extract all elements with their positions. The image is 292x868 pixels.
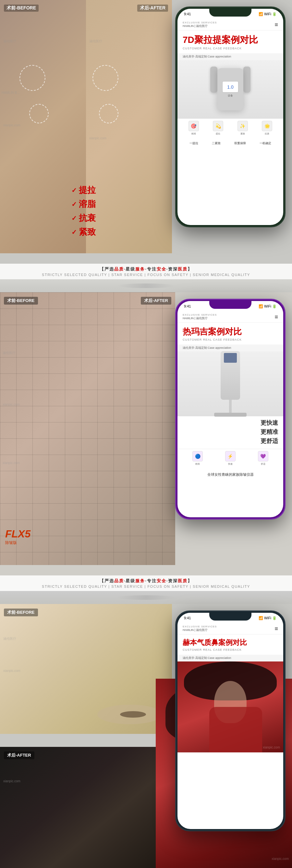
footer-item-1: 一提拉 xyxy=(190,141,198,146)
quality-cn-1: 【严选品质·星级服务·专注安全·资深医质】 xyxy=(0,266,292,272)
feature-1: 更快速 xyxy=(183,419,278,427)
wm-3-1: 涵伦医疗 xyxy=(3,637,16,641)
device-screen-1: 1.0 xyxy=(222,81,238,93)
device-area-1: 1.0 设备 xyxy=(177,60,283,119)
section-3: 术前-BEFORE 涵伦医疗 xianpic.com 术后-AFTER xian… xyxy=(0,604,292,868)
footer-item-2: 二紧致 xyxy=(212,141,221,146)
wm-3-girl: xianpic.com xyxy=(271,857,289,861)
icon-cell-2-3: 💜 舒适 xyxy=(255,451,271,466)
lying-photo-3: 术前-BEFORE 涵伦医疗 xianpic.com xyxy=(0,604,172,734)
phone-screen-2: 9:41 📶 WiFi 🔋 EXCLUSIVE SERVICES HAMLIN … xyxy=(177,301,283,517)
photo-bottom-3: 术后-AFTER xianpic.com xyxy=(0,747,172,868)
section-1: 术前-BEFORE 涵伦医疗 HAMLIN B... xianpic.com 术… xyxy=(0,0,292,279)
phone-brand-2: EXCLUSIVE SERVICES HAMLIN | 涵伦医疗 xyxy=(183,313,217,320)
flx5-text: FLX5 xyxy=(5,528,31,540)
phone-title-block-2: 热玛吉案例对比 CUSTOMER REAL CASE FEEDBACK xyxy=(177,323,283,344)
quality-en-2: STRICTLY SELECTED QUALITY | STAR SERVICE… xyxy=(0,585,292,588)
menu-icon-2[interactable]: ≡ xyxy=(274,314,278,320)
after-label-2: 术后-AFTER xyxy=(141,297,171,305)
device-pole-2 xyxy=(229,400,232,413)
before-label-2: 术前-BEFORE xyxy=(4,297,38,305)
after-photo-1: 术后-AFTER 涵伦医疗 xianpic.com xyxy=(86,0,172,253)
before-label-1: 术前-BEFORE xyxy=(4,4,39,12)
icon-row-2: 🔵 精准 ⚡ 快速 💜 舒适 xyxy=(177,449,283,468)
ba-overlay-2: 术前-BEFORE 术后-AFTER 涵伦医疗 xianpic.com xian… xyxy=(0,292,175,565)
flx5-sub: 除皱版 xyxy=(5,540,31,546)
time-2: 9:41 xyxy=(184,304,191,308)
footer-item-3: 双重保障 xyxy=(234,141,246,146)
time-3: 9:41 xyxy=(184,616,191,620)
divider-2-3 xyxy=(0,591,292,604)
phone-mockup-3: 9:41 📶 WiFi 🔋 EXCLUSIVE SERVICES HAMLIN … xyxy=(175,611,286,831)
phone-screen-1: 9:41 📶 WiFi 🔋 EXCLUSIVE SERVICES HAMLIN … xyxy=(177,9,283,225)
section-2: 术前-BEFORE 术后-AFTER 涵伦医疗 xianpic.com xian… xyxy=(0,292,292,591)
phone-mockup-2: 9:41 📶 WiFi 🔋 EXCLUSIVE SERVICES HAMLIN … xyxy=(175,299,286,520)
grid-overlay-2 xyxy=(0,292,175,565)
benefit-1: 提拉 xyxy=(71,184,96,196)
icon-cell-2-2: ⚡ 快速 xyxy=(222,451,238,466)
phone-content-3: xianpic.com xyxy=(177,661,283,752)
divider-1-2 xyxy=(0,279,292,292)
phone-subtitle-3: CUSTOMER REAL CASE FEEDBACK xyxy=(183,648,278,651)
phone-notch-1 xyxy=(209,7,252,17)
device-base-2 xyxy=(214,413,247,416)
wm-3-2: xianpic.com xyxy=(3,669,21,673)
phone-subtitle-1: CUSTOMER REAL CASE FEEDBACK xyxy=(183,47,278,50)
signals-2: 📶 WiFi 🔋 xyxy=(259,304,277,309)
footer-row-1: 一提拉 二紧致 双重保障 一机确定 xyxy=(183,140,278,147)
signals-3: 📶 WiFi 🔋 xyxy=(259,616,277,620)
phone-header-1: EXCLUSIVE SERVICES HAMLIN | 涵伦医疗 ≡ xyxy=(177,19,283,31)
footer-text-2: 全球女性青睐的家族除皱仪器 xyxy=(183,470,278,479)
phone-main-title-2: 热玛吉案例对比 xyxy=(183,326,278,337)
phone-title-block-3: 赫本气质鼻案例对比 CUSTOMER REAL CASE FEEDBACK xyxy=(177,634,283,655)
phone-subtitle-2: CUSTOMER REAL CASE FEEDBACK xyxy=(183,338,278,341)
customized-label-1: 涵伦美学·高端定制 Case appreciation xyxy=(177,53,283,60)
phone-header-3: EXCLUSIVE SERVICES HAMLIN | 涵伦医疗 ≡ xyxy=(177,623,283,634)
phone-title-block-1: 7D聚拉提案例对比 CUSTOMER REAL CASE FEEDBACK xyxy=(177,31,283,53)
phone-mockup-1: 9:41 📶 WiFi 🔋 EXCLUSIVE SERVICES HAMLIN … xyxy=(175,6,286,227)
phone-brand-1: EXCLUSIVE SERVICES HAMLIN | 涵伦医疗 xyxy=(183,21,217,28)
icon-row-1: 🎯 精准 💫 提拉 ✨ 紧致 🌟 抗衰 xyxy=(177,119,283,137)
benefit-3: 抗衰 xyxy=(71,212,96,224)
signals-1: 📶 WiFi 🔋 xyxy=(259,12,277,16)
quality-cn-2: 【严选品质·星级服务·专注安全·资深医质】 xyxy=(0,578,292,584)
device-screen-2 xyxy=(224,353,237,363)
phone-brand-3: EXCLUSIVE SERVICES HAMLIN | 涵伦医疗 xyxy=(183,625,217,632)
quality-bar-2: 【严选品质·星级服务·专注安全·资深医质】 STRICTLY SELECTED … xyxy=(0,576,292,591)
phone-main-title-3: 赫本气质鼻案例对比 xyxy=(183,638,278,648)
wm-3-3: xianpic.com xyxy=(3,779,21,783)
before-label-3: 术前-BEFORE xyxy=(4,609,38,616)
after-label-3: 术后-AFTER xyxy=(4,751,34,759)
device-area-2 xyxy=(177,351,283,416)
device-body-1: 1.0 设备 xyxy=(217,68,243,111)
icon-cell-1: 🎯 精准 xyxy=(186,121,202,135)
footer-item-4: 一机确定 xyxy=(260,141,271,146)
lying-dark-3: 术后-AFTER xianpic.com xyxy=(0,747,172,868)
phone-footer-2: 全球女性青睐的家族除皱仪器 xyxy=(177,468,283,482)
time-1: 9:41 xyxy=(184,12,191,16)
wm-phone-girl: xianpic.com xyxy=(263,746,280,749)
feature-3: 更舒适 xyxy=(183,437,278,445)
menu-icon-1[interactable]: ≡ xyxy=(274,22,278,28)
phone-footer-1: 一提拉 二紧致 双重保障 一机确定 xyxy=(177,137,283,149)
phone-notch-3 xyxy=(209,612,252,621)
customized-label-3: 涵伦美学·高端定制 Case appreciation xyxy=(177,655,283,661)
phone-header-2: EXCLUSIVE SERVICES HAMLIN | 涵伦医疗 ≡ xyxy=(177,311,283,323)
phone-screen-3: 9:41 📶 WiFi 🔋 EXCLUSIVE SERVICES HAMLIN … xyxy=(177,613,283,829)
quality-bar-1: 【严选品质·星级服务·专注安全·资深医质】 STRICTLY SELECTED … xyxy=(0,264,292,279)
phone-notch-2 xyxy=(209,300,252,309)
quality-en-1: STRICTLY SELECTED QUALITY | STAR SERVICE… xyxy=(0,273,292,277)
icon-cell-3: ✨ 紧致 xyxy=(234,121,251,135)
photo-top-3: 术前-BEFORE 涵伦医疗 xianpic.com xyxy=(0,604,172,734)
device-content-2 xyxy=(211,348,250,420)
menu-icon-3[interactable]: ≡ xyxy=(274,625,278,632)
before-after-photos-2: 术前-BEFORE 术后-AFTER 涵伦医疗 xianpic.com xian… xyxy=(0,292,175,565)
benefits-list-1: 提拉 溶脂 抗衰 紧致 xyxy=(71,184,96,240)
benefit-4: 紧致 xyxy=(71,226,96,238)
icon-cell-4: 🌟 抗衰 xyxy=(259,121,275,135)
flx5-badge: FLX5 除皱版 xyxy=(5,528,31,546)
icon-cell-2: 💫 提拉 xyxy=(210,121,226,135)
device-tall-2 xyxy=(221,351,240,400)
icon-cell-2-1: 🔵 精准 xyxy=(190,451,206,466)
features-block-2: 更快速 更精准 更舒适 xyxy=(177,416,283,449)
